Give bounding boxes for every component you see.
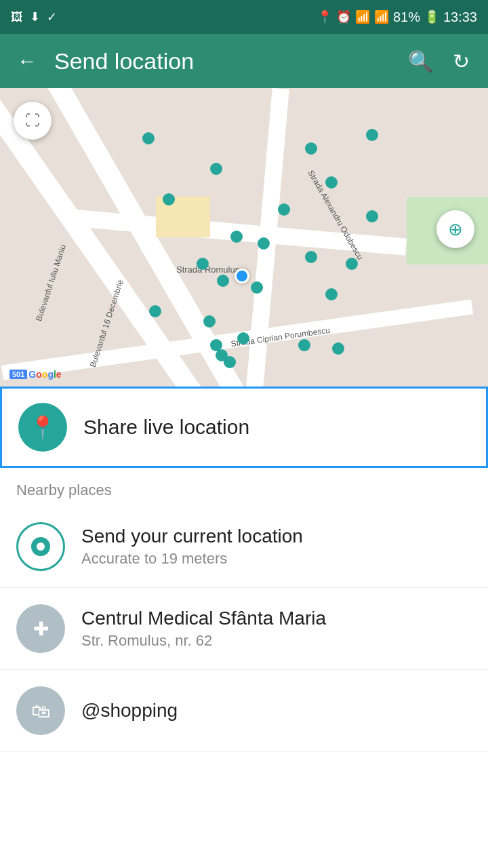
signal-status-icon: 📶 xyxy=(374,9,389,24)
map-dot xyxy=(346,258,358,270)
medical-center-subtitle: Str. Romulus, nr. 62 xyxy=(81,632,326,650)
map-dot xyxy=(203,315,216,328)
shopping-text: @shopping xyxy=(81,700,178,722)
map-dot xyxy=(237,332,249,344)
map-dot xyxy=(217,275,229,287)
map-dot xyxy=(325,288,338,300)
medical-icon-symbol: ✚ xyxy=(33,618,49,640)
time-text: 13:33 xyxy=(443,9,477,25)
map-dot xyxy=(305,142,317,155)
share-live-label: Share live location xyxy=(83,416,249,439)
current-location-icon xyxy=(16,522,65,571)
google-logo: 501 Google xyxy=(9,369,62,380)
map-dot xyxy=(230,231,243,243)
map-view[interactable]: Bulevardul Iuliu Maniu Bulevardul 16 Dec… xyxy=(0,88,488,387)
nearby-section: Nearby places Send your current location… xyxy=(0,468,488,752)
check-status-icon: ✓ xyxy=(47,9,57,24)
map-dot xyxy=(210,163,222,175)
wifi-status-icon: 📶 xyxy=(355,9,370,24)
medical-center-text: Centrul Medical Sfânta Maria Str. Romulu… xyxy=(81,608,326,650)
shopping-icon-symbol: 🛍 xyxy=(31,700,50,722)
map-dot xyxy=(278,203,290,216)
download-status-icon: ⬇ xyxy=(30,9,40,24)
shopping-icon: 🛍 xyxy=(16,686,65,735)
map-dot xyxy=(163,193,175,205)
map-dot xyxy=(332,342,344,355)
map-dot xyxy=(366,210,378,222)
street-label-1: Bulevardul Iuliu Maniu xyxy=(34,243,68,323)
search-button[interactable]: 🔍 xyxy=(407,50,434,73)
live-location-icon: 📍 xyxy=(29,414,56,440)
share-live-location-button[interactable]: 📍 Share live location xyxy=(0,387,488,468)
map-dot xyxy=(325,176,338,189)
locate-icon: ⊕ xyxy=(448,219,463,240)
nearby-section-label: Nearby places xyxy=(0,468,488,506)
map-dot xyxy=(251,281,263,294)
current-location-dot xyxy=(235,269,249,283)
map-dot xyxy=(305,251,317,263)
medical-center-item[interactable]: ✚ Centrul Medical Sfânta Maria Str. Romu… xyxy=(0,588,488,670)
share-live-icon: 📍 xyxy=(18,403,67,452)
alarm-status-icon: ⏰ xyxy=(336,9,351,24)
location-status-icon: 📍 xyxy=(317,9,332,24)
map-dot xyxy=(149,305,161,317)
status-bar: 🖼 ⬇ ✓ 📍 ⏰ 📶 📶 81% 🔋 13:33 xyxy=(0,0,488,34)
medical-icon: ✚ xyxy=(16,604,65,653)
top-bar: ← Send location 🔍 ↻ xyxy=(0,34,488,88)
image-status-icon: 🖼 xyxy=(11,10,23,24)
fullscreen-button[interactable]: ⛶ xyxy=(14,102,52,140)
battery-icon: 🔋 xyxy=(424,9,439,24)
back-button[interactable]: ← xyxy=(14,50,41,73)
current-location-subtitle: Accurate to 19 meters xyxy=(81,550,303,568)
map-dot xyxy=(258,237,270,250)
google-code: 501 xyxy=(9,370,27,379)
map-dot xyxy=(298,339,310,351)
battery-text: 81% xyxy=(393,9,420,25)
page-title: Send location xyxy=(54,48,393,75)
current-location-title: Send your current location xyxy=(81,526,303,547)
map-dot xyxy=(224,356,236,368)
fullscreen-icon: ⛶ xyxy=(25,112,40,130)
shopping-title: @shopping xyxy=(81,700,178,722)
shopping-item[interactable]: 🛍 @shopping xyxy=(0,670,488,752)
refresh-button[interactable]: ↻ xyxy=(447,50,474,73)
map-dot xyxy=(142,132,155,144)
map-dot xyxy=(366,129,378,141)
current-location-text: Send your current location Accurate to 1… xyxy=(81,526,303,568)
map-dot xyxy=(197,258,209,270)
locate-button[interactable]: ⊕ xyxy=(436,210,474,248)
medical-center-title: Centrul Medical Sfânta Maria xyxy=(81,608,326,629)
current-location-item[interactable]: Send your current location Accurate to 1… xyxy=(0,506,488,588)
